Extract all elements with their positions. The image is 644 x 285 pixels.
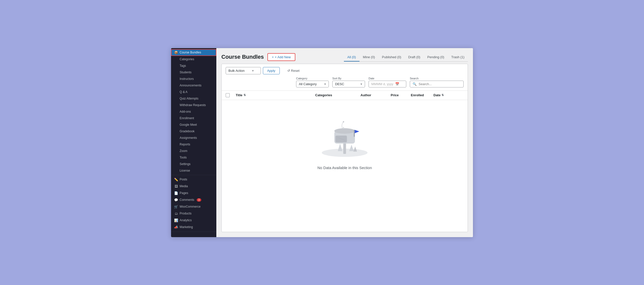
svg-point-4	[334, 128, 355, 134]
tab-all[interactable]: All (0)	[344, 53, 359, 61]
sidebar: 📦 Course Bundles Categories Tags Student…	[171, 48, 216, 237]
sidebar-item-analytics[interactable]: 📊 Analytics	[171, 217, 216, 224]
empty-message: No Data Available in this Section	[317, 166, 372, 170]
svg-marker-7	[338, 143, 342, 151]
search-field-wrapper: 🔍	[410, 81, 464, 87]
products-icon: 🗂	[174, 212, 178, 215]
sidebar-item-posts[interactable]: ✏️ Posts	[171, 176, 216, 183]
tab-draft[interactable]: Draft (0)	[405, 53, 424, 61]
empty-state-illustration	[319, 115, 370, 161]
wp-menu-section: ✏️ Posts 🖼 Media 📄 Pages 💬 Comments 3 🛒 …	[171, 175, 216, 232]
search-label: Search	[410, 77, 464, 80]
sidebar-item-tags[interactable]: Tags	[171, 62, 216, 69]
comments-badge: 3	[197, 198, 201, 202]
bulk-action-dropdown[interactable]: Bulk Action ▾	[226, 67, 261, 74]
toolbar-right: Category All Category ▾ Sort By DESC ▾	[296, 77, 464, 87]
sidebar-item-settings[interactable]: Settings	[171, 161, 216, 167]
sidebar-item-categories[interactable]: Categories	[171, 56, 216, 62]
sidebar-item-license[interactable]: License	[171, 167, 216, 174]
sidebar-item-instructors[interactable]: Instructors	[171, 76, 216, 82]
media-icon: 🖼	[174, 184, 178, 188]
toolbar-middle: ↺ Reset	[287, 69, 300, 73]
sidebar-item-zoom[interactable]: Zoom	[171, 148, 216, 154]
sidebar-item-quiz-attempts[interactable]: Quiz Attempts	[171, 95, 216, 102]
col-enrolled: Enrolled	[411, 93, 433, 97]
page-title: Course Bundles	[221, 54, 264, 60]
posts-icon: ✏️	[174, 178, 178, 181]
col-author: Author	[360, 93, 391, 97]
plus-icon: +	[272, 55, 274, 59]
tabs-bar: All (0) Mine (0) Published (0) Draft (0)…	[344, 53, 468, 62]
tab-mine[interactable]: Mine (0)	[359, 53, 379, 61]
tab-trash[interactable]: Trash (1)	[448, 53, 468, 61]
sidebar-item-qa[interactable]: Q & A	[171, 89, 216, 95]
svg-marker-8	[349, 145, 354, 151]
sidebar-item-addons[interactable]: Add-ons	[171, 108, 216, 115]
category-filter-group: Category All Category ▾	[296, 77, 329, 87]
col-title[interactable]: Title ⇅	[236, 93, 315, 97]
date-sort-icon: ⇅	[441, 93, 444, 97]
apply-button[interactable]: Apply	[263, 67, 280, 74]
svg-rect-5	[354, 130, 355, 137]
analytics-icon: 📊	[174, 218, 178, 222]
toolbar: Bulk Action ▾ Apply ↺ Reset Category	[222, 64, 468, 91]
woocommerce-icon: 🛒	[174, 205, 178, 209]
col-date[interactable]: Date ⇅	[433, 93, 464, 97]
sidebar-item-products[interactable]: 🗂 Products	[171, 210, 216, 217]
app-wrapper: 📦 Course Bundles Categories Tags Student…	[171, 48, 473, 237]
date-picker[interactable]: MMMM d, yyyy 📅	[369, 81, 406, 87]
pages-icon: 📄	[174, 191, 178, 195]
svg-marker-6	[355, 130, 359, 133]
sort-label: Sort By	[332, 77, 365, 80]
date-filter-group: Date MMMM d, yyyy 📅	[369, 77, 406, 87]
sidebar-item-withdraw-requests[interactable]: Withdraw Requests	[171, 102, 216, 108]
empty-state: No Data Available in this Section	[222, 100, 468, 185]
sidebar-item-pages[interactable]: 📄 Pages	[171, 190, 216, 197]
search-filter-group: Search 🔍	[410, 77, 464, 87]
category-dropdown[interactable]: All Category ▾	[296, 81, 329, 87]
tab-pending[interactable]: Pending (0)	[424, 53, 448, 61]
col-checkbox	[226, 93, 236, 97]
sidebar-item-tools[interactable]: Tools	[171, 154, 216, 161]
marketing-icon: 📣	[174, 225, 178, 229]
reset-icon: ↺	[287, 69, 290, 73]
table-header: Title ⇅ Categories Author Price Enrolled…	[222, 91, 468, 100]
col-categories: Categories	[315, 93, 360, 97]
sort-dropdown[interactable]: DESC ▾	[332, 81, 365, 87]
tutor-menu-section: 📦 Course Bundles Categories Tags Student…	[171, 48, 216, 175]
select-all-checkbox[interactable]	[226, 93, 230, 97]
comments-icon: 💬	[174, 198, 178, 202]
reset-button[interactable]: ↺ Reset	[287, 69, 300, 73]
tab-published[interactable]: Published (0)	[378, 53, 405, 61]
calendar-icon: 📅	[395, 82, 399, 86]
col-price: Price	[391, 93, 411, 97]
search-icon: 🔍	[413, 82, 417, 86]
sidebar-item-course-bundles[interactable]: 📦 Course Bundles	[171, 49, 216, 56]
sidebar-item-announcements[interactable]: Announcements	[171, 82, 216, 89]
sort-filter-group: Sort By DESC ▾	[332, 77, 365, 87]
svg-point-12	[343, 127, 344, 128]
svg-point-14	[343, 121, 344, 122]
search-input[interactable]	[419, 82, 461, 86]
page-header-row: Course Bundles + + Add New All (0) Mine …	[221, 53, 468, 62]
course-bundles-icon: 📦	[174, 51, 178, 54]
add-new-button[interactable]: + + Add New	[267, 53, 295, 61]
toolbar-left: Bulk Action ▾ Apply	[226, 67, 280, 74]
content-box: Bulk Action ▾ Apply ↺ Reset Category	[221, 64, 468, 232]
sidebar-item-woocommerce[interactable]: 🛒 WooCommerce	[171, 203, 216, 210]
chevron-down-icon: ▾	[252, 69, 254, 73]
sidebar-item-google-meet[interactable]: Google Meet	[171, 121, 216, 128]
sidebar-item-gradebook[interactable]: Gradebook	[171, 128, 216, 135]
sidebar-item-marketing[interactable]: 📣 Marketing	[171, 224, 216, 231]
sidebar-item-reports[interactable]: Reports	[171, 141, 216, 148]
category-label: Category	[296, 77, 329, 80]
sidebar-item-enrollment[interactable]: Enrollment	[171, 115, 216, 121]
sidebar-item-media[interactable]: 🖼 Media	[171, 183, 216, 190]
header-left: Course Bundles + + Add New	[221, 53, 295, 61]
sidebar-item-students[interactable]: Students	[171, 69, 216, 76]
sidebar-item-assignments[interactable]: Assignments	[171, 135, 216, 141]
sidebar-item-comments[interactable]: 💬 Comments 3	[171, 197, 216, 203]
tabs-navigation: All (0) Mine (0) Published (0) Draft (0)…	[344, 53, 468, 62]
main-content: Course Bundles + + Add New All (0) Mine …	[216, 48, 473, 237]
title-sort-icon: ⇅	[244, 93, 246, 97]
